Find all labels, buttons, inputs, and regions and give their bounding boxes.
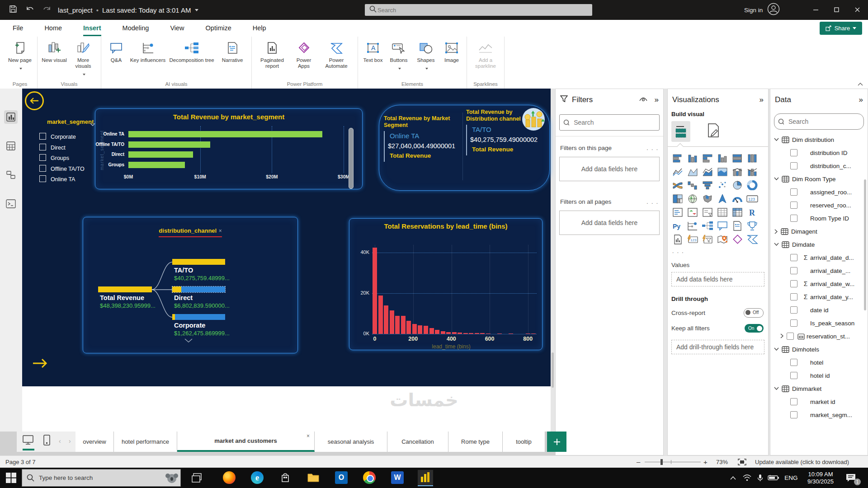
prev-page-icon[interactable]: ‹ bbox=[59, 437, 61, 445]
smart-narrative-icon[interactable] bbox=[730, 219, 745, 233]
field-row[interactable]: reservation_st... bbox=[770, 330, 863, 343]
expand-level-icon[interactable] bbox=[184, 337, 193, 345]
azure-map-icon[interactable] bbox=[715, 192, 730, 206]
table-icon[interactable] bbox=[715, 206, 730, 219]
ribbon-collapse-icon[interactable] bbox=[857, 80, 863, 88]
donut-chart-icon[interactable] bbox=[745, 178, 760, 192]
qa-icon[interactable] bbox=[715, 219, 730, 233]
field-checkbox[interactable] bbox=[790, 202, 797, 209]
menu-tab-optimize[interactable]: Optimize bbox=[206, 20, 231, 36]
ribbon-button-new-visual[interactable]: New visual bbox=[40, 38, 68, 80]
histogram-visual[interactable]: Total Reservations by lead_time (bins)0K… bbox=[349, 218, 542, 350]
ribbon-button-text-box[interactable]: AText box bbox=[361, 38, 385, 80]
collapse-pane-icon[interactable]: » bbox=[655, 95, 659, 104]
menu-tab-home[interactable]: Home bbox=[44, 20, 62, 36]
page-tab-tooltip[interactable]: tooltip bbox=[503, 432, 545, 452]
filters-all-pages-dropzone[interactable]: Add data fields here bbox=[559, 211, 660, 235]
100-stacked-column-chart-icon[interactable] bbox=[745, 151, 760, 165]
filters-search-input[interactable] bbox=[573, 118, 656, 127]
ribbon-button-decomposition-tree[interactable]: Decomposition tree bbox=[167, 38, 216, 80]
arcgis-map-icon[interactable] bbox=[715, 233, 730, 246]
ribbon-button-new-page[interactable]: New page bbox=[5, 38, 34, 80]
clock[interactable]: 10:09 AM 9/30/2025 bbox=[801, 468, 840, 488]
next-page-icon[interactable]: › bbox=[69, 437, 71, 445]
more-options-icon[interactable]: . . . bbox=[646, 199, 659, 205]
field-row[interactable]: Σarrival_date_d... bbox=[770, 251, 863, 264]
zoom-slider-track[interactable] bbox=[645, 462, 701, 462]
sign-in-button[interactable]: Sign in bbox=[744, 7, 763, 14]
slicer-icon[interactable] bbox=[700, 206, 715, 219]
menu-tab-help[interactable]: Help bbox=[253, 20, 266, 36]
ribbon-button-power-automate[interactable]: Power Automate bbox=[318, 38, 355, 80]
field-checkbox[interactable] bbox=[790, 398, 797, 405]
taskbar-search[interactable]: Type here to search bbox=[22, 469, 181, 487]
share-button[interactable]: Share bbox=[820, 22, 862, 35]
table-row-dimagent[interactable]: Dimagent bbox=[770, 225, 863, 238]
page-tab-seasonal-analysis[interactable]: seasonal analysis bbox=[315, 432, 387, 452]
checkbox-icon[interactable] bbox=[39, 144, 46, 152]
slicer-item[interactable]: Corporate bbox=[39, 133, 76, 141]
table-row-dimdate[interactable]: Dimdate bbox=[770, 238, 863, 251]
paginated-report-icon[interactable] bbox=[670, 233, 685, 246]
microphone-icon[interactable] bbox=[754, 468, 766, 488]
card-icon[interactable]: 123 bbox=[745, 192, 760, 206]
field-row[interactable]: Σarrival_date_w... bbox=[770, 277, 863, 290]
field-checkbox[interactable] bbox=[790, 306, 797, 314]
area-chart-icon[interactable] bbox=[685, 165, 700, 178]
page-tab-market-and-customers[interactable]: market and customers× bbox=[177, 432, 315, 452]
report-canvas[interactable]: market_segmentCorporateDirectGroupsOffli… bbox=[22, 89, 551, 386]
field-row[interactable]: hotel id bbox=[770, 369, 863, 382]
decomp-child-1-bar[interactable] bbox=[172, 286, 225, 292]
ribbon-chart-icon[interactable] bbox=[670, 178, 685, 192]
zoom-level[interactable]: 73% bbox=[716, 459, 728, 465]
field-row[interactable]: Σarrival_date_y... bbox=[770, 291, 863, 303]
zoom-out-button[interactable]: – bbox=[637, 458, 640, 465]
language-indicator[interactable]: ENG bbox=[782, 468, 800, 488]
page-tab-overview[interactable]: overview bbox=[75, 432, 114, 452]
menu-tab-insert[interactable]: Insert bbox=[83, 20, 101, 36]
stacked-column-chart-icon[interactable] bbox=[685, 151, 700, 165]
tray-expand-icon[interactable] bbox=[727, 468, 739, 488]
stacked-area-chart-icon[interactable] bbox=[700, 165, 715, 178]
decomp-root-bar[interactable] bbox=[98, 286, 152, 292]
table-row-dim-room-type[interactable]: Dim Room Type bbox=[770, 173, 863, 185]
keep-all-filters-toggle[interactable]: On bbox=[745, 324, 764, 333]
field-checkbox[interactable] bbox=[790, 411, 797, 418]
clustered-bar-chart-icon[interactable] bbox=[700, 151, 715, 165]
slicer-header[interactable]: market_segment bbox=[47, 118, 94, 125]
waterfall-chart-icon[interactable] bbox=[685, 178, 700, 192]
table-row-dim-distribution[interactable]: Dim distribution bbox=[770, 133, 863, 146]
cross-report-toggle[interactable]: Off bbox=[744, 308, 764, 318]
decomposition-tree-icon[interactable] bbox=[700, 219, 715, 233]
canvas-scrollbar[interactable] bbox=[552, 352, 554, 388]
undo-icon[interactable] bbox=[25, 5, 34, 15]
data-search-input[interactable] bbox=[788, 117, 860, 126]
table-row-dimmeal[interactable]: Dimmeal bbox=[770, 422, 863, 422]
start-button[interactable] bbox=[6, 473, 16, 485]
menu-tab-file[interactable]: File bbox=[13, 20, 23, 36]
edge-icon[interactable]: e bbox=[250, 470, 265, 485]
filters-search[interactable] bbox=[559, 114, 660, 131]
task-view-icon[interactable] bbox=[192, 473, 202, 484]
page-tab-rome-type[interactable]: Rome type bbox=[448, 432, 503, 452]
table-row-dimhotels[interactable]: Dimhotels bbox=[770, 343, 863, 356]
field-checkbox[interactable] bbox=[790, 319, 797, 327]
slicer-item[interactable]: Online TA bbox=[39, 175, 75, 183]
matrix-icon[interactable] bbox=[730, 206, 745, 219]
python-icon[interactable]: Py bbox=[670, 219, 685, 233]
slicer-item[interactable]: Offline TA/TO bbox=[39, 165, 85, 173]
field-row[interactable]: distribution ID bbox=[770, 146, 863, 159]
checkbox-icon[interactable] bbox=[39, 133, 46, 141]
forward-arrow-button[interactable] bbox=[32, 358, 47, 371]
decomp-child-2-bar[interactable] bbox=[172, 314, 225, 320]
gauge-icon[interactable] bbox=[730, 192, 745, 206]
stacked-bar-chart-icon[interactable] bbox=[670, 151, 685, 165]
kpi-icon[interactable] bbox=[685, 206, 700, 219]
store-icon[interactable] bbox=[278, 470, 293, 485]
data-search[interactable] bbox=[774, 113, 864, 130]
report-view-icon[interactable] bbox=[4, 110, 18, 124]
drill-through-dropzone[interactable]: Add drill-through fields here bbox=[671, 340, 764, 354]
slicer-item[interactable]: Groups bbox=[39, 154, 69, 162]
outlook-icon[interactable]: O bbox=[334, 470, 349, 485]
data-pane-scrollbar[interactable] bbox=[864, 179, 866, 310]
